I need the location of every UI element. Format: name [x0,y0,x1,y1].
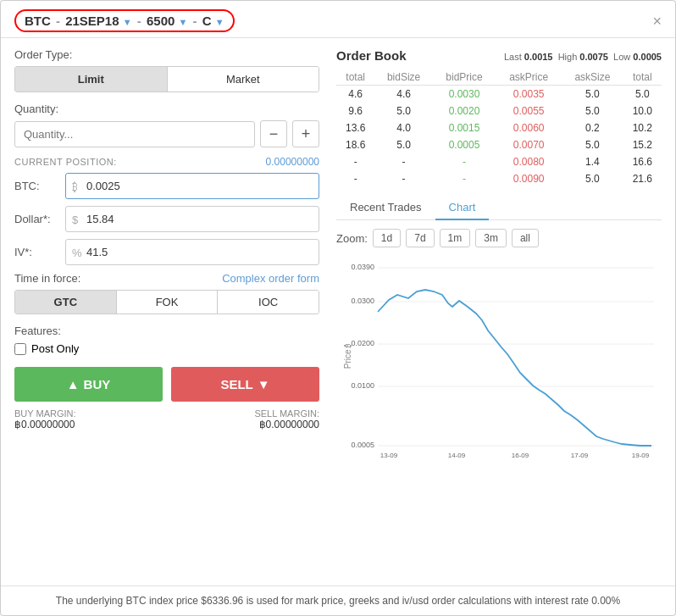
modal-header: BTC - 21SEP18 ▼ - 6500 ▼ - C ▼ × [1,1,675,38]
cell-bid-price: - [433,170,496,187]
limit-button[interactable]: Limit [15,67,168,92]
tabs-row: Recent Trades Chart [336,196,662,220]
btc-input[interactable] [65,173,319,199]
cell-total-ask: 10.2 [623,119,662,136]
cell-ask-price: 0.0060 [496,119,562,136]
order-book-stats: Last 0.0015 High 0.0075 Low 0.0005 [504,52,662,62]
quantity-input[interactable] [14,121,255,147]
dropdown-arrow3[interactable]: ▼ [215,17,224,27]
dollar-label: Dollar*: [14,213,65,225]
zoom-3m[interactable]: 3m [475,229,507,247]
cell-ask-size: 5.0 [562,170,623,187]
sell-margin: SELL MARGIN: ฿0.00000000 [254,408,319,430]
cell-ask-size: 5.0 [562,86,623,103]
sell-arrow-icon: ▼ [258,377,270,391]
cell-total-ask: 16.6 [623,153,662,170]
iv-label: IV*: [14,246,65,258]
cell-total-bid: 9.6 [336,103,374,119]
zoom-7d[interactable]: 7d [406,229,434,247]
cell-bid-size: 5.0 [374,136,433,153]
fok-button[interactable]: FOK [117,291,219,314]
complex-order-link[interactable]: Complex order form [222,272,319,285]
cell-total-bid: - [336,153,374,170]
table-row: 4.6 4.6 0.0030 0.0035 5.0 5.0 [336,86,662,103]
btc-input-row: BTC: ₿ [14,173,319,199]
sell-button[interactable]: SELL ▼ [171,367,319,402]
ioc-button[interactable]: IOC [218,291,319,314]
cell-ask-price: 0.0080 [496,153,562,170]
dollar-input-row: Dollar*: $ [14,206,319,232]
cell-total-ask: 10.0 [623,103,662,119]
dropdown-arrow2[interactable]: ▼ [179,17,188,27]
buy-margin-label: BUY MARGIN: [14,408,76,419]
col-total-ask: total [623,69,662,86]
post-only-checkbox[interactable] [14,343,26,355]
buy-arrow-icon: ▲ [67,377,80,391]
buy-label: BUY [84,377,111,391]
iv-prefix: % [72,246,82,258]
cell-bid-size: 4.0 [374,119,433,136]
x-tick-3: 17-09 [571,452,589,458]
sell-margin-value: ฿0.00000000 [254,419,319,430]
cell-bid-size: 4.6 [374,86,433,103]
cell-ask-size: 5.0 [562,103,623,119]
col-bid-size: bidSize [374,69,433,86]
cell-bid-price: 0.0015 [433,119,496,136]
tab-chart[interactable]: Chart [435,196,490,220]
buy-button[interactable]: ▲ BUY [14,367,163,402]
table-row: 9.6 5.0 0.0020 0.0055 5.0 10.0 [336,103,662,119]
cell-ask-price: 0.0070 [496,136,562,153]
sell-label: SELL [220,377,252,391]
qty-minus-button[interactable]: − [260,120,287,147]
cell-bid-price: 0.0005 [433,136,496,153]
cell-bid-price: 0.0030 [433,86,496,103]
zoom-1m[interactable]: 1m [440,229,471,247]
right-panel: Order Book Last 0.0015 High 0.0075 Low 0… [336,48,662,575]
current-position-value: 0.00000000 [266,156,319,168]
table-row: - - - 0.0080 1.4 16.6 [336,153,662,170]
sep2: - [137,14,141,28]
iv-input-wrapper: % [65,239,319,265]
dropdown-arrow1[interactable]: ▼ [123,17,132,27]
iv-input-row: IV*: % [14,239,319,265]
dollar-input-wrapper: $ [65,206,319,232]
features-label: Features: [14,325,319,337]
tab-recent-trades[interactable]: Recent Trades [336,196,435,220]
dollar-input[interactable] [65,206,319,232]
dollar-prefix: $ [72,213,78,225]
col-bid-price: bidPrice [433,69,496,86]
footer-text: The underlying BTC index price $6336.96 … [56,595,620,607]
trading-modal: BTC - 21SEP18 ▼ - 6500 ▼ - C ▼ × Order T… [0,0,676,616]
cell-total-bid: - [336,170,374,187]
buy-margin-value: ฿0.00000000 [14,419,76,430]
cell-ask-price: 0.0035 [496,86,562,103]
modal-footer: The underlying BTC index price $6336.96 … [1,585,675,615]
sell-margin-label: SELL MARGIN: [254,408,319,419]
x-tick-4: 19-09 [632,452,650,458]
quantity-label: Quantity: [14,103,319,115]
iv-input[interactable] [65,239,319,265]
btc-label: BTC: [14,180,65,192]
zoom-label: Zoom: [336,232,368,245]
cell-total-ask: 15.2 [623,136,662,153]
order-book-title: Order Book [336,48,407,63]
zoom-all[interactable]: all [512,229,539,247]
tif-label: Time in force: [14,272,80,285]
col-total-bid: total [336,69,374,86]
col-ask-size: askSize [562,69,623,86]
qty-plus-button[interactable]: + [292,120,319,147]
gtc-button[interactable]: GTC [15,291,117,314]
post-only-row: Post Only [14,342,319,355]
cell-ask-price: 0.0090 [496,170,562,187]
high-label: High [558,52,578,62]
low-value: 0.0005 [633,52,662,62]
close-button[interactable]: × [652,14,662,29]
zoom-1d[interactable]: 1d [373,229,401,247]
current-position-label: CURRENT POSITION: [14,157,117,167]
cell-bid-size: - [374,170,433,187]
modal-body: Order Type: Limit Market Quantity: − + C… [1,38,675,585]
market-button[interactable]: Market [168,67,319,92]
cell-bid-size: - [374,153,433,170]
sep3: - [193,14,197,28]
table-header-row: total bidSize bidPrice askPrice askSize … [336,69,662,86]
